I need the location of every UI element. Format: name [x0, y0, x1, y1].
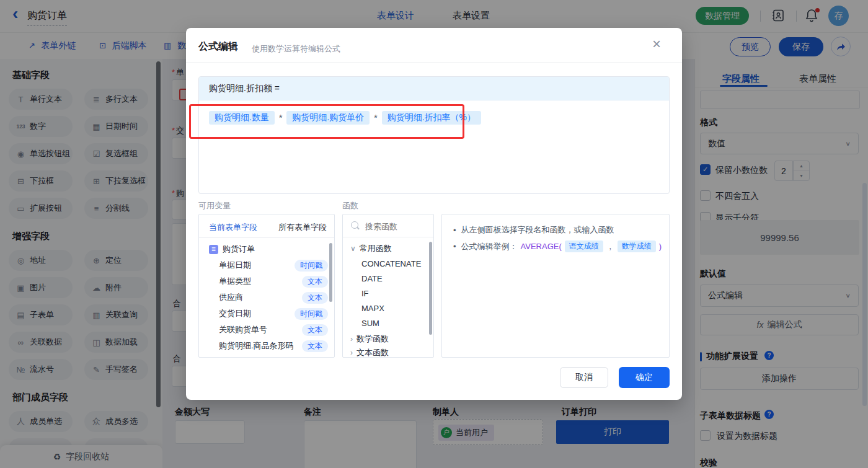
divider [186, 62, 682, 63]
help-line-2: • 公式编辑举例： AVERAGE( 语文成绩 ， 数学成绩 ) [453, 241, 662, 252]
type-tag: 文本 [302, 276, 328, 288]
variables-label: 可用变量 [198, 200, 231, 211]
variable-row[interactable]: 供应商文本 [199, 290, 334, 305]
form-doc-icon: ≣ [209, 245, 218, 254]
functions-scrollbar[interactable] [429, 242, 432, 335]
function-item[interactable]: SUM [361, 319, 379, 328]
type-tag: 文本 [302, 324, 328, 336]
type-tag: 文本 [302, 292, 328, 304]
variable-row[interactable]: 购货明细.商品条形码文本 [199, 338, 334, 353]
function-group-text[interactable]: ›文本函数 [350, 347, 389, 358]
chevron-closed-icon: › [350, 335, 353, 343]
bullet-icon: • [453, 242, 456, 251]
cancel-button[interactable]: 取消 [560, 367, 608, 388]
divider [343, 237, 433, 237]
formula-token[interactable]: 购货明细.折扣率（%） [382, 111, 481, 125]
type-tag: 时间戳 [294, 308, 328, 320]
functions-label: 函数 [342, 200, 358, 211]
chevron-closed-icon: › [350, 348, 353, 357]
help-line-1: • 从左侧面板选择字段名和函数，或输入函数 [453, 224, 614, 236]
tab-current-form-fields[interactable]: 当前表单字段 [209, 222, 257, 233]
formula-edit-modal: 公式编辑 使用数学运算符编辑公式 × 购货明细.折扣额 = 购货明细.数量 * … [186, 28, 682, 400]
function-item[interactable]: CONCATENATE [361, 259, 421, 268]
type-tag: 文本 [302, 340, 328, 352]
function-search-input[interactable] [364, 218, 428, 234]
close-icon[interactable]: × [652, 37, 661, 51]
page-scrollbar[interactable] [862, 183, 867, 406]
variable-row[interactable]: 单据日期时间戳 [199, 258, 334, 273]
formula-target: 购货明细.折扣额 = [199, 77, 669, 100]
function-close-paren: ) [659, 242, 662, 251]
example-chip: 语文成绩 [565, 241, 603, 252]
variable-row[interactable]: 单据类型文本 [199, 274, 334, 289]
function-item[interactable]: IF [361, 289, 369, 298]
modal-title: 公式编辑 [198, 40, 238, 53]
type-tag: 时间戳 [294, 260, 328, 272]
function-group-common[interactable]: ∨常用函数 [350, 243, 392, 254]
search-icon [351, 221, 358, 229]
formula-expression[interactable]: 购货明细.数量 * 购货明细.购货单价 * 购货明细.折扣率（%） [199, 100, 669, 135]
function-item[interactable]: DATE [361, 274, 383, 283]
modal-subtitle: 使用数学运算符编辑公式 [252, 43, 340, 55]
variables-scrollbar[interactable] [329, 243, 332, 302]
formula-editor[interactable]: 购货明细.折扣额 = 购货明细.数量 * 购货明细.购货单价 * 购货明细.折扣… [198, 76, 670, 194]
function-group-math[interactable]: ›数学函数 [350, 333, 389, 345]
tab-all-form-fields[interactable]: 所有表单字段 [278, 222, 327, 233]
multiply-operator: * [279, 113, 282, 123]
divider [199, 237, 334, 238]
function-item[interactable]: MAPX [361, 304, 384, 313]
confirm-button[interactable]: 确定 [619, 367, 670, 388]
variable-row[interactable]: 交货日期时间戳 [199, 306, 334, 321]
multiply-operator: * [374, 113, 377, 123]
tree-root-form[interactable]: ≣ 购货订单 [199, 242, 334, 257]
variable-row[interactable]: 关联购货单号文本 [199, 322, 334, 337]
formula-token[interactable]: 购货明细.数量 [209, 111, 275, 125]
variables-panel: 当前表单字段 所有表单字段 ≣ 购货订单 单据日期时间戳 单据类型文本 供应商文… [198, 214, 335, 358]
formula-token[interactable]: 购货明细.购货单价 [286, 111, 370, 125]
functions-panel: ∨常用函数 CONCATENATE DATE IF MAPX SUM ›数学函数… [342, 214, 434, 358]
bullet-icon: • [453, 226, 456, 235]
help-panel: • 从左侧面板选择字段名和函数，或输入函数 • 公式编辑举例： AVERAGE(… [441, 214, 670, 358]
example-chip: 数学成绩 [618, 241, 656, 252]
chevron-open-icon: ∨ [350, 244, 356, 253]
function-name-example: AVERAGE( [521, 242, 562, 251]
